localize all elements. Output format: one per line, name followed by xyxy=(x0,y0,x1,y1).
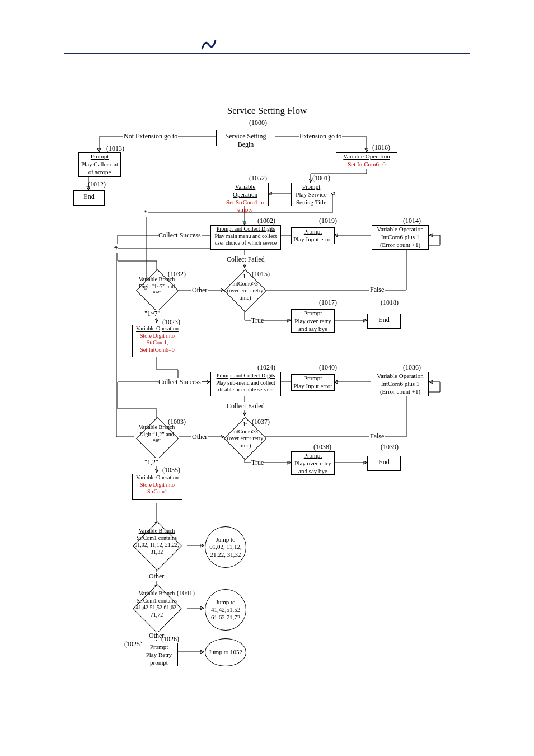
node-1013: Prompt Play Caller out of scrope xyxy=(78,152,121,177)
id-1052: (1052) xyxy=(249,174,267,183)
edge-hash: # xyxy=(114,244,118,253)
vb1-h: Variable Branch xyxy=(139,528,175,534)
edge-collsucc-1: Collect Success xyxy=(158,231,202,240)
n1018-l1: End xyxy=(378,316,389,324)
n1035-h: Variable Operation xyxy=(136,474,179,480)
n1039-l1: End xyxy=(378,458,389,466)
id-1018: (1018) xyxy=(381,298,399,307)
node-vb1: Variable Branch StrCom1 contains 01,02, … xyxy=(127,528,187,556)
n1037-l2: (over error retry xyxy=(227,435,263,441)
n1023-h: Variable Operation xyxy=(136,325,179,332)
vb1-l3: 31,32 xyxy=(151,549,163,555)
n1023-l2: StrCom1, xyxy=(147,339,168,346)
edge-other-1: Other xyxy=(191,286,208,295)
node-1002: Prompt and Collect Digits Play main menu… xyxy=(210,225,281,250)
n1003-l1: Digit “1,2” and xyxy=(139,431,174,437)
jump-circle-2: Jump to 41,42,51,52 61,62,71,72 xyxy=(205,589,246,631)
diagram-title: Service Setting Flow xyxy=(0,105,534,116)
node-1026: Prompt Play Retry prompt xyxy=(140,643,178,666)
edge-other-3: Other xyxy=(148,572,165,581)
vb1-l1: StrCom1 contains xyxy=(137,535,177,541)
n1017-l2: and say bye xyxy=(298,325,327,332)
node-1015: If intCom6>3 (over error retry time) xyxy=(223,273,268,301)
edge-ext: Extension go to xyxy=(299,132,342,141)
n1016-l1: Set IntCom6=0 xyxy=(348,161,386,167)
n1019-l1: Play Input error xyxy=(293,236,332,242)
n1001-h: Prompt xyxy=(302,183,320,190)
n1015-l1: intCom6>3 xyxy=(232,281,258,287)
n1036-l2: (Error count +1) xyxy=(380,388,420,395)
n1002-l1: Play main menu and collect xyxy=(214,233,277,239)
n1052-l1: Set StrCom1 to xyxy=(226,199,264,206)
node-1018: End xyxy=(367,314,401,329)
node-1032: Variable Branch Digit “1~7” and “*” xyxy=(131,276,182,297)
n1024-l1: Play sub-menu and collect xyxy=(216,380,275,386)
id-1019: (1019) xyxy=(319,217,337,225)
vb1-l2: 01,02, 11,12, 21,22, xyxy=(134,542,179,548)
n1002-h: Prompt and Collect Digits xyxy=(217,226,275,232)
n1041-l2: 41,42,51,52,61,62, xyxy=(136,604,178,610)
node-1001: Prompt Play Service Setting Title xyxy=(291,183,331,206)
n1016-h: Variable Operation xyxy=(343,153,390,160)
j2-l1: Jump to xyxy=(216,599,235,605)
edge-d17: "1~7" xyxy=(144,310,161,318)
n1017-h: Prompt xyxy=(304,310,322,316)
n1038-h: Prompt xyxy=(304,452,322,459)
j1-l1: Jump to xyxy=(216,536,235,543)
node-1023: Variable Operation Store Digit into StrC… xyxy=(132,325,182,357)
node-1016: Variable Operation Set IntCom6=0 xyxy=(336,152,397,169)
n1035-l1: Store Digit into xyxy=(140,482,175,488)
n1014-l1: IntCom6 plus 1 xyxy=(381,234,419,240)
n1013-l2: of scrope xyxy=(88,169,111,175)
n1013-h: Prompt xyxy=(91,153,109,160)
n1040-h: Prompt xyxy=(304,375,322,381)
id-1024: (1024) xyxy=(257,363,275,372)
n1032-h: Variable Branch xyxy=(139,276,175,282)
n1052-h: Variable Operation xyxy=(233,183,257,198)
edge-star: * xyxy=(143,208,148,217)
n1037-l3: time) xyxy=(239,442,251,449)
node-1003: Variable Branch Digit “1,2” and “#” xyxy=(131,424,182,445)
id-1013: (1013) xyxy=(106,144,124,153)
edge-collfail-2: Collect Failed xyxy=(226,402,265,410)
node-1052: Variable Operation Set StrCom1 to empty xyxy=(222,183,269,206)
n1035-l2: StrCom1 xyxy=(147,488,167,494)
node-1039: End xyxy=(367,456,401,471)
id-1039: (1039) xyxy=(381,443,399,451)
brand-logo xyxy=(200,38,217,50)
id-1026: (1026) xyxy=(161,635,179,643)
edge-true-1: True xyxy=(251,316,264,325)
n1002-l2: user choice of which sevice xyxy=(215,240,277,246)
j3-l1: Jump to 1052 xyxy=(209,648,242,656)
node-1038: Prompt Play over retry and say bye xyxy=(291,451,335,475)
n1032-l2: “*” xyxy=(153,290,161,296)
node-1000: Service Setting Begin xyxy=(216,130,275,146)
id-1012: (1012) xyxy=(88,180,106,189)
id-1036: (1036) xyxy=(403,363,421,372)
node-1040: Prompt Play Input error xyxy=(291,374,335,391)
id-1000: (1000) xyxy=(249,119,267,127)
n1038-l2: and say bye xyxy=(298,468,327,474)
jump-circle-3: Jump to 1052 xyxy=(205,638,246,666)
id-1040: (1040) xyxy=(319,363,337,372)
n1036-l1: IntCom6 plus 1 xyxy=(381,380,419,387)
n1037-l1: intCom6>3 xyxy=(232,428,258,435)
edge-collsucc-2: Collect Success xyxy=(158,378,202,386)
n1026-h: Prompt xyxy=(150,643,168,650)
n1023-l1: Store Digit into xyxy=(140,333,175,339)
n1036-h: Variable Operation xyxy=(377,372,423,379)
node-1036: Variable Operation IntCom6 plus 1 (Error… xyxy=(372,372,429,396)
n1024-l2: disable or enable service xyxy=(218,386,274,393)
j1-l3: 21,22, 31,32 xyxy=(210,551,241,558)
n1041-l1: StrCom1 contains xyxy=(137,598,177,604)
edge-d12: "1,2" xyxy=(144,458,159,466)
n1024-h: Prompt and Collect Digits xyxy=(217,372,275,379)
header-rule xyxy=(64,53,470,54)
n1026-l2: prompt xyxy=(150,659,168,666)
n1003-h: Variable Branch xyxy=(139,424,175,430)
j2-l2: 41,42,51,52 xyxy=(211,606,240,613)
n1012-l1: End xyxy=(83,193,94,200)
id-1038: (1038) xyxy=(313,443,331,451)
id-1017: (1017) xyxy=(319,298,337,307)
edge-not-ext: Not Extension go to xyxy=(123,132,178,141)
